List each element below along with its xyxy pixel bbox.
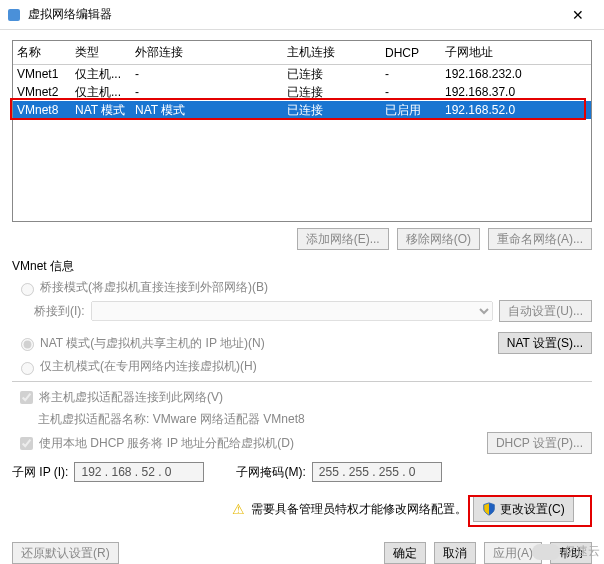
bridge-to-select — [91, 301, 494, 321]
host-adapter-label: 将主机虚拟适配器连接到此网络(V) — [39, 389, 223, 406]
table-header: 名称 类型 外部连接 主机连接 DHCP 子网地址 — [13, 41, 591, 65]
titlebar: 虚拟网络编辑器 ✕ — [0, 0, 604, 30]
host-adapter-check — [20, 391, 33, 404]
cell-subnet: 192.168.37.0 — [441, 83, 591, 101]
col-host[interactable]: 主机连接 — [283, 42, 381, 63]
nat-label: NAT 模式(与虚拟机共享主机的 IP 地址)(N) — [40, 335, 265, 352]
network-table[interactable]: 名称 类型 外部连接 主机连接 DHCP 子网地址 VMnet1仅主机...-已… — [12, 40, 592, 222]
use-dhcp-check — [20, 437, 33, 450]
warning-text: 需要具备管理员特权才能修改网络配置。 — [251, 501, 467, 518]
host-adapter-name: 主机虚拟适配器名称: VMware 网络适配器 VMnet8 — [38, 411, 305, 428]
restore-defaults-button: 还原默认设置(R) — [12, 542, 119, 564]
col-type[interactable]: 类型 — [71, 42, 131, 63]
window-title: 虚拟网络编辑器 — [28, 6, 558, 23]
cell-subnet: 192.168.232.0 — [441, 65, 591, 83]
warning-icon: ⚠ — [232, 501, 245, 517]
cell-ext: NAT 模式 — [131, 100, 283, 121]
rename-network-button: 重命名网络(A)... — [488, 228, 592, 250]
cell-dhcp: - — [381, 83, 441, 101]
vmnet-info-label: VMnet 信息 — [12, 258, 592, 275]
use-dhcp-label: 使用本地 DHCP 服务将 IP 地址分配给虚拟机(D) — [39, 435, 294, 452]
cell-name: VMnet1 — [13, 65, 71, 83]
cell-ext: - — [131, 83, 283, 101]
app-icon — [6, 7, 22, 23]
cell-name: VMnet2 — [13, 83, 71, 101]
table-row[interactable]: VMnet1仅主机...-已连接-192.168.232.0 — [13, 65, 591, 83]
cell-subnet: 192.168.52.0 — [441, 101, 591, 119]
col-dhcp[interactable]: DHCP — [381, 44, 441, 62]
ok-button[interactable]: 确定 — [384, 542, 426, 564]
nat-settings-button[interactable]: NAT 设置(S)... — [498, 332, 592, 354]
nat-radio — [21, 338, 34, 351]
cancel-button[interactable]: 取消 — [434, 542, 476, 564]
dhcp-settings-button: DHCP 设置(P)... — [487, 432, 592, 454]
cell-dhcp: 已启用 — [381, 100, 441, 121]
col-ext[interactable]: 外部连接 — [131, 42, 283, 63]
cell-ext: - — [131, 65, 283, 83]
add-network-button: 添加网络(E)... — [297, 228, 389, 250]
bridge-to-label: 桥接到(I): — [34, 303, 85, 320]
subnet-ip-label: 子网 IP (I): — [12, 464, 68, 481]
watermark: 亿速云 — [532, 543, 600, 560]
subnet-ip-input — [74, 462, 204, 482]
change-settings-button[interactable]: 更改设置(C) — [473, 496, 574, 522]
cell-type: NAT 模式 — [71, 100, 131, 121]
cell-host: 已连接 — [283, 100, 381, 121]
auto-settings-button: 自动设置(U)... — [499, 300, 592, 322]
remove-network-button: 移除网络(O) — [397, 228, 480, 250]
table-row[interactable]: VMnet8NAT 模式NAT 模式已连接已启用192.168.52.0 — [13, 101, 591, 119]
svg-rect-0 — [8, 9, 20, 21]
bridge-radio — [21, 283, 34, 296]
hostonly-label: 仅主机模式(在专用网络内连接虚拟机)(H) — [40, 358, 257, 375]
hostonly-radio — [21, 362, 34, 375]
cell-dhcp: - — [381, 65, 441, 83]
watermark-text: 亿速云 — [564, 543, 600, 560]
col-name[interactable]: 名称 — [13, 42, 71, 63]
shield-icon — [482, 502, 496, 516]
cell-name: VMnet8 — [13, 101, 71, 119]
change-settings-label: 更改设置(C) — [500, 501, 565, 518]
bridge-label: 桥接模式(将虚拟机直接连接到外部网络)(B) — [40, 279, 268, 296]
col-subnet[interactable]: 子网地址 — [441, 42, 591, 63]
subnet-mask-label: 子网掩码(M): — [236, 464, 305, 481]
table-row[interactable]: VMnet2仅主机...-已连接-192.168.37.0 — [13, 83, 591, 101]
subnet-mask-input — [312, 462, 442, 482]
cloud-icon — [532, 544, 560, 560]
close-icon[interactable]: ✕ — [558, 7, 598, 23]
